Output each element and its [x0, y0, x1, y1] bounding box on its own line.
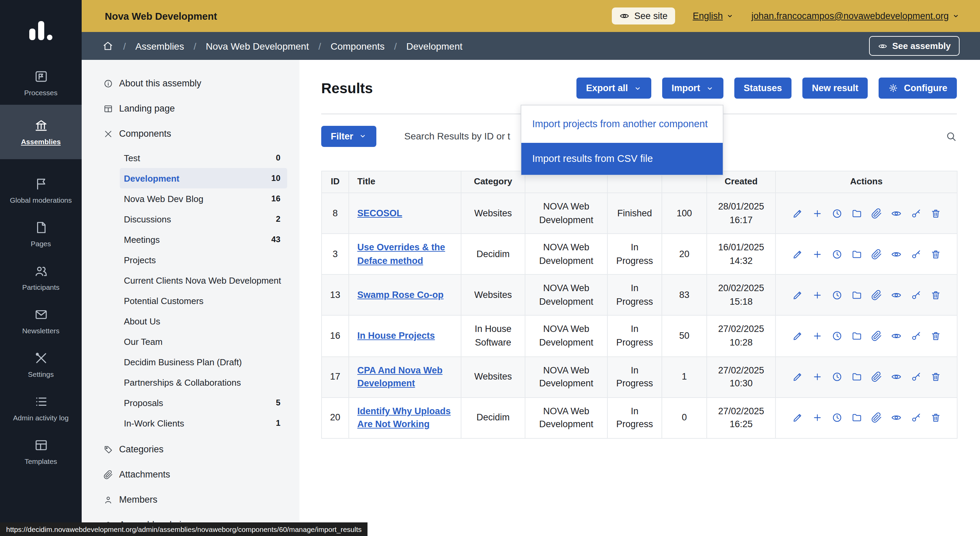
attachments-icon[interactable]: [871, 249, 882, 260]
see-assembly-button[interactable]: See assembly: [869, 36, 959, 56]
sidebar-item-categories[interactable]: Categories: [82, 437, 299, 462]
sidebar-item-newsletters[interactable]: Newsletters: [0, 299, 82, 343]
delete-icon[interactable]: [930, 412, 941, 423]
attachments-icon[interactable]: [871, 208, 882, 219]
folder-icon[interactable]: [851, 208, 862, 219]
folder-icon[interactable]: [851, 249, 862, 260]
configure-button[interactable]: Configure: [879, 78, 957, 98]
permissions-icon[interactable]: [910, 371, 921, 382]
breadcrumb-assembly[interactable]: Nova Web Development: [206, 40, 309, 51]
component-item-proposals[interactable]: Proposals 5: [120, 392, 287, 413]
history-icon[interactable]: [831, 208, 842, 219]
permissions-icon[interactable]: [910, 249, 921, 260]
component-item-projects[interactable]: Projects: [120, 250, 287, 270]
app-logo[interactable]: [0, 0, 82, 61]
folder-icon[interactable]: [851, 371, 862, 382]
sidebar-item-participants[interactable]: Participants: [0, 256, 82, 299]
edit-icon[interactable]: [792, 412, 803, 423]
import-button[interactable]: Import: [662, 78, 723, 98]
history-icon[interactable]: [831, 371, 842, 382]
edit-icon[interactable]: [792, 331, 803, 341]
home-icon[interactable]: [102, 40, 114, 52]
component-item-discussions[interactable]: Discussions 2: [120, 209, 287, 229]
breadcrumb-component[interactable]: Development: [406, 40, 463, 51]
preview-icon[interactable]: [891, 208, 901, 219]
component-item-our-team[interactable]: Our Team: [120, 331, 287, 352]
component-item-nova-web-dev-blog[interactable]: Nova Web Dev Blog 16: [120, 189, 287, 209]
sidebar-item-attachments[interactable]: Attachments: [82, 462, 299, 487]
result-title-link[interactable]: SECOSOL: [357, 208, 402, 218]
preview-icon[interactable]: [891, 412, 901, 423]
result-title-link[interactable]: Identify Why Uploads Are Not Working: [357, 406, 451, 429]
edit-icon[interactable]: [792, 249, 803, 260]
menu-item-import-results-csv[interactable]: Import results from CSV file: [521, 143, 723, 175]
sidebar-item-admin-activity-log[interactable]: Admin activity log: [0, 386, 82, 430]
delete-icon[interactable]: [930, 331, 941, 341]
folder-icon[interactable]: [851, 290, 862, 301]
menu-item-import-projects[interactable]: Import projects from another component: [521, 105, 723, 143]
preview-icon[interactable]: [891, 290, 901, 301]
history-icon[interactable]: [831, 331, 842, 341]
sidebar-item-processes[interactable]: Processes: [0, 61, 82, 105]
delete-icon[interactable]: [930, 208, 941, 219]
component-item-meetings[interactable]: Meetings 43: [120, 229, 287, 250]
delete-icon[interactable]: [930, 290, 941, 301]
attachments-icon[interactable]: [871, 290, 882, 301]
folder-icon[interactable]: [851, 412, 862, 423]
component-item-development[interactable]: Development 10: [120, 168, 287, 189]
filter-button[interactable]: Filter: [321, 125, 376, 147]
preview-icon[interactable]: [891, 371, 901, 382]
history-icon[interactable]: [831, 412, 842, 423]
statuses-button[interactable]: Statuses: [734, 78, 791, 98]
add-icon[interactable]: [811, 208, 822, 219]
sidebar-item-global-moderations[interactable]: Global moderations: [0, 169, 82, 212]
language-selector[interactable]: English: [693, 11, 734, 21]
sidebar-item-members[interactable]: Members: [82, 487, 299, 512]
component-item-in-work-clients[interactable]: In-Work Clients 1: [120, 413, 287, 433]
result-title-link[interactable]: In House Projects: [357, 331, 435, 341]
component-item-about-us[interactable]: About Us: [120, 311, 287, 331]
history-icon[interactable]: [831, 249, 842, 260]
sidebar-item-assemblies[interactable]: Assemblies: [0, 105, 82, 159]
sidebar-item-pages[interactable]: Pages: [0, 212, 82, 256]
attachments-icon[interactable]: [871, 371, 882, 382]
add-icon[interactable]: [811, 412, 822, 423]
permissions-icon[interactable]: [910, 331, 921, 341]
sidebar-item-components[interactable]: Components: [82, 121, 299, 146]
permissions-icon[interactable]: [910, 412, 921, 423]
add-icon[interactable]: [811, 331, 822, 341]
preview-icon[interactable]: [891, 331, 901, 341]
result-title-link[interactable]: Use Overrides & the Deface method: [357, 242, 445, 266]
delete-icon[interactable]: [930, 249, 941, 260]
add-icon[interactable]: [811, 371, 822, 382]
folder-icon[interactable]: [851, 331, 862, 341]
new-result-button[interactable]: New result: [802, 78, 868, 98]
history-icon[interactable]: [831, 290, 842, 301]
sidebar-item-landing-page[interactable]: Landing page: [82, 96, 299, 121]
result-title-link[interactable]: CPA And Nova Web Development: [357, 365, 443, 389]
export-all-button[interactable]: Export all: [576, 78, 651, 98]
breadcrumb-components[interactable]: Components: [331, 40, 385, 51]
breadcrumb-assemblies[interactable]: Assemblies: [135, 40, 184, 51]
sidebar-item-about-assembly[interactable]: About this assembly: [82, 71, 299, 96]
sidebar-item-settings[interactable]: Settings: [0, 343, 82, 386]
permissions-icon[interactable]: [910, 208, 921, 219]
component-item-decidim-business-plan[interactable]: Decidim Business Plan (Draft): [120, 352, 287, 372]
component-item-current-clients[interactable]: Current Clients Nova Web Development: [120, 270, 287, 290]
sidebar-item-templates[interactable]: Templates: [0, 430, 82, 473]
permissions-icon[interactable]: [910, 290, 921, 301]
see-site-button[interactable]: See site: [612, 8, 675, 24]
edit-icon[interactable]: [792, 290, 803, 301]
preview-icon[interactable]: [891, 249, 901, 260]
result-title-link[interactable]: Swamp Rose Co-op: [357, 290, 444, 300]
search-icon[interactable]: [945, 130, 957, 142]
attachments-icon[interactable]: [871, 412, 882, 423]
component-item-test[interactable]: Test 0: [120, 147, 287, 168]
attachments-icon[interactable]: [871, 331, 882, 341]
edit-icon[interactable]: [792, 208, 803, 219]
delete-icon[interactable]: [930, 371, 941, 382]
add-icon[interactable]: [811, 249, 822, 260]
component-item-partnerships[interactable]: Partnerships & Collaborations: [120, 372, 287, 392]
component-item-potential-customers[interactable]: Potential Customers: [120, 290, 287, 311]
add-icon[interactable]: [811, 290, 822, 301]
